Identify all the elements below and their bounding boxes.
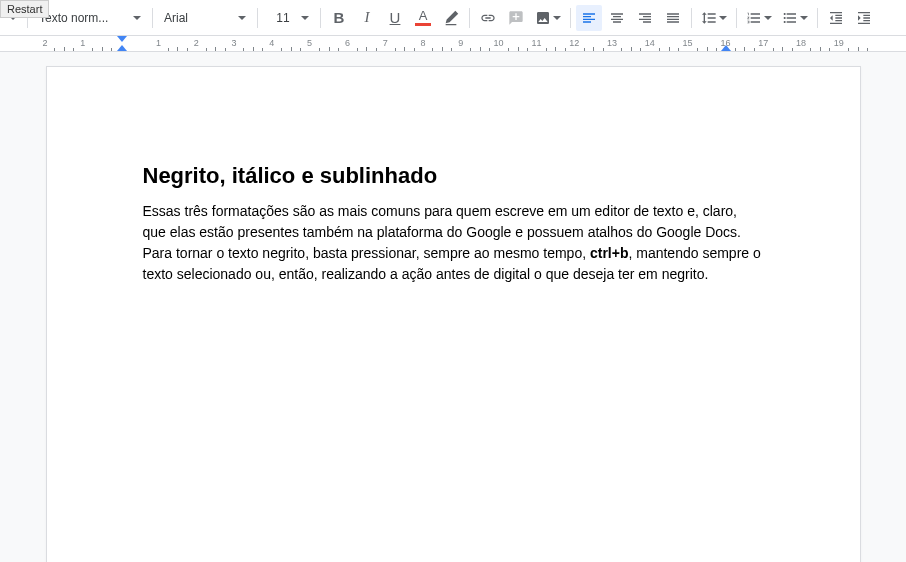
align-justify-button[interactable] [660, 5, 686, 31]
ruler-tick [697, 48, 698, 51]
ruler-tick [357, 48, 358, 51]
font-size-select[interactable]: 11 [263, 5, 315, 31]
chevron-down-icon [800, 16, 808, 20]
decrease-indent-button[interactable] [823, 5, 849, 31]
ruler-tick [376, 48, 377, 51]
ruler-number: 1 [156, 38, 161, 48]
ruler-tick [555, 47, 556, 51]
ruler-number: 18 [796, 38, 806, 48]
separator [320, 8, 321, 28]
chevron-down-icon [133, 16, 141, 20]
text-run-bold: ctrl+b [590, 245, 629, 261]
text-run: Para tornar o texto negrito, basta press… [143, 245, 590, 261]
chevron-down-icon [238, 16, 246, 20]
align-right-button[interactable] [632, 5, 658, 31]
ruler-tick [64, 47, 65, 51]
ruler-tick [187, 48, 188, 51]
ruler-tick [584, 48, 585, 51]
ruler-tick [669, 47, 670, 51]
align-justify-icon [665, 10, 681, 26]
ruler-tick [414, 48, 415, 51]
text-color-button[interactable]: A [410, 5, 436, 31]
ruler-tick [470, 48, 471, 51]
chevron-down-icon [719, 16, 727, 20]
underline-button[interactable]: U [382, 5, 408, 31]
ruler-tick [829, 48, 830, 51]
highlight-button[interactable] [438, 5, 464, 31]
right-indent-icon[interactable] [721, 45, 731, 51]
ruler-tick [527, 48, 528, 51]
restart-button[interactable]: Restart [0, 0, 49, 18]
ruler-tick [111, 48, 112, 51]
ruler-tick [442, 47, 443, 51]
ruler-tick [432, 48, 433, 51]
align-left-icon [581, 10, 597, 26]
decrease-indent-icon [828, 10, 844, 26]
document-heading[interactable]: Negrito, itálico e sublinhado [143, 163, 764, 189]
increase-indent-button[interactable] [851, 5, 877, 31]
ruler-tick [508, 48, 509, 51]
ruler-tick [404, 47, 405, 51]
document-paragraph[interactable]: Para tornar o texto negrito, basta press… [143, 243, 764, 285]
ruler-tick [735, 48, 736, 51]
ruler-tick [858, 47, 859, 51]
ruler-tick [678, 48, 679, 51]
paragraph-style-select[interactable]: Texto norm... [33, 5, 147, 31]
ruler-tick [480, 47, 481, 51]
ruler-tick [215, 47, 216, 51]
left-indent-icon[interactable] [117, 45, 127, 51]
document-paragraph[interactable]: Essas três formatações são as mais comun… [143, 201, 764, 243]
ruler-tick [225, 48, 226, 51]
ruler-tick [518, 47, 519, 51]
ruler-number: 17 [758, 38, 768, 48]
separator [691, 8, 692, 28]
horizontal-ruler[interactable]: 2112345678910111213141516171819 [0, 36, 906, 52]
image-icon [535, 10, 551, 26]
font-size-value: 11 [269, 11, 297, 25]
bulleted-list-button[interactable] [778, 5, 812, 31]
align-left-button[interactable] [576, 5, 602, 31]
ruler-tick [744, 47, 745, 51]
ruler-tick [92, 48, 93, 51]
ruler-tick [177, 47, 178, 51]
ruler-tick [848, 48, 849, 51]
toolbar: Texto norm... Arial 11 B I U A [0, 0, 906, 36]
align-center-icon [609, 10, 625, 26]
ruler-tick [329, 47, 330, 51]
document-canvas[interactable]: Negrito, itálico e sublinhado Essas três… [0, 52, 906, 562]
ruler-tick [621, 48, 622, 51]
font-family-select[interactable]: Arial [158, 5, 252, 31]
comment-icon [508, 10, 524, 26]
line-spacing-icon [701, 10, 717, 26]
line-spacing-button[interactable] [697, 5, 731, 31]
ruler-tick [168, 48, 169, 51]
ruler-tick [73, 48, 74, 51]
ruler-tick [707, 47, 708, 51]
ruler-number: 14 [645, 38, 655, 48]
document-page[interactable]: Negrito, itálico e sublinhado Essas três… [46, 66, 861, 562]
ruler-number: 6 [345, 38, 350, 48]
paragraph-style-value: Texto norm... [39, 11, 129, 25]
ruler-tick [867, 48, 868, 51]
ruler-tick [338, 48, 339, 51]
italic-button[interactable]: I [354, 5, 380, 31]
ruler-tick [565, 48, 566, 51]
ruler-tick [603, 48, 604, 51]
separator [257, 8, 258, 28]
ruler-number: 2 [194, 38, 199, 48]
chevron-down-icon [553, 16, 561, 20]
ruler-number: 12 [569, 38, 579, 48]
first-line-indent-icon[interactable] [117, 36, 127, 42]
add-comment-button[interactable] [503, 5, 529, 31]
ruler-tick [319, 48, 320, 51]
bold-button[interactable]: B [326, 5, 352, 31]
highlight-icon [443, 10, 459, 26]
insert-image-button[interactable] [531, 5, 565, 31]
ruler-tick [243, 48, 244, 51]
numbered-list-button[interactable] [742, 5, 776, 31]
ruler-tick [395, 48, 396, 51]
ruler-tick [291, 47, 292, 51]
insert-link-button[interactable] [475, 5, 501, 31]
ruler-tick [451, 48, 452, 51]
align-center-button[interactable] [604, 5, 630, 31]
